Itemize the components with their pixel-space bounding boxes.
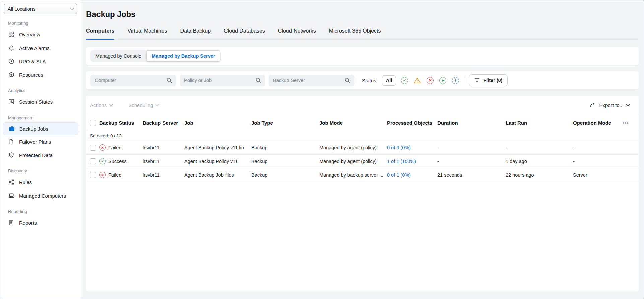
column-header-last-run[interactable]: Last Run (506, 115, 573, 131)
backup-jobs-table: Backup Status Backup Server Job Job Type… (86, 115, 639, 182)
backup-status: Success (99, 155, 139, 168)
failed-status-icon (99, 172, 106, 178)
tab-virtual-machines[interactable]: Virtual Machines (127, 28, 167, 39)
sidebar-item-label: Protected Data (19, 152, 53, 158)
bell-icon (8, 45, 15, 51)
sidebar-item-label: Active Alarms (19, 45, 50, 51)
scheduling-dropdown[interactable]: Scheduling (128, 102, 159, 108)
job-type-cell: Backup (251, 168, 319, 182)
jobs-table-card: Actions Scheduling Export to... (86, 96, 639, 292)
sidebar-item-managed-computers[interactable]: Managed Computers (0, 189, 81, 202)
sidebar-item-overview[interactable]: Overview (0, 28, 81, 41)
section-label-reporting: Reporting (8, 209, 81, 214)
sidebar-item-backup-jobs[interactable]: Backup Jobs (3, 122, 78, 135)
status-success-icon[interactable]: ✓ (400, 76, 409, 85)
table-toolbar: Actions Scheduling Export to... (86, 96, 639, 115)
backup-server-search-input[interactable] (269, 75, 354, 86)
job-cell: Agent Backup Policy v11 (184, 154, 251, 168)
sidebar-item-session-states[interactable]: Session States (0, 95, 81, 108)
computer-search (90, 75, 176, 86)
table-header-row: Backup Status Backup Server Job Job Type… (86, 115, 639, 131)
backup-server-cell: lrsvbr11 (143, 141, 184, 154)
status-link[interactable]: Failed (108, 145, 122, 150)
sidebar-item-rpo-sla[interactable]: RPO & SLA (0, 55, 81, 68)
policy-job-search-input[interactable] (180, 75, 265, 86)
computer-search-input[interactable] (90, 75, 176, 86)
row-checkbox[interactable] (90, 158, 96, 164)
tab-cloud-networks[interactable]: Cloud Networks (278, 28, 316, 39)
job-mode-cell: Managed by agent (policy) (319, 141, 387, 154)
view-toggle-card: Managed by Console Managed by Backup Ser… (86, 47, 639, 65)
processed-objects-link[interactable]: 0 of 1 (0%) (387, 172, 411, 178)
job-type-cell: Backup (251, 154, 319, 168)
location-selector[interactable]: All Locations (4, 4, 77, 14)
column-header-processed-objects[interactable]: Processed Objects (387, 115, 437, 131)
status-running-icon[interactable]: ▶ (439, 76, 447, 85)
export-dropdown[interactable]: Export to... (589, 101, 629, 109)
overview-icon (8, 31, 15, 38)
status-failed-icon[interactable]: ✕ (426, 76, 434, 85)
sidebar-item-rules[interactable]: Rules (0, 175, 81, 189)
table-row[interactable]: Failed lrsvbr11 Agent Backup Policy v11 … (86, 141, 639, 154)
chevron-down-icon (626, 102, 630, 106)
column-header-job-type[interactable]: Job Type (251, 115, 319, 131)
duration-cell: - (437, 141, 506, 154)
select-all-checkbox[interactable] (90, 120, 96, 126)
sidebar-item-resources[interactable]: Resources (0, 68, 81, 81)
actions-dropdown[interactable]: Actions (90, 102, 112, 108)
document-icon (8, 138, 15, 145)
view-toggle: Managed by Console Managed by Backup Ser… (90, 50, 220, 62)
backup-status: Failed (99, 141, 139, 154)
last-run-cell: 22 hours ago (506, 168, 573, 182)
sidebar-item-active-alarms[interactable]: Active Alarms (0, 41, 81, 55)
box-icon (8, 71, 15, 78)
row-checkbox[interactable] (90, 145, 96, 151)
column-header-job-mode[interactable]: Job Mode (319, 115, 387, 131)
filter-button[interactable]: Filter (0) (469, 74, 508, 86)
filter-button-label: Filter (0) (483, 78, 502, 83)
sidebar-item-label: Failover Plans (19, 139, 51, 145)
tab-computers[interactable]: Computers (86, 28, 114, 39)
briefcase-icon (8, 125, 15, 132)
status-warning-icon[interactable] (413, 76, 422, 85)
toggle-managed-by-console[interactable]: Managed by Console (90, 50, 146, 62)
section-label-analytics: Analytics (8, 88, 81, 93)
search-icon (344, 77, 350, 83)
sidebar-item-protected-data[interactable]: Protected Data (0, 148, 81, 162)
row-checkbox[interactable] (90, 172, 96, 178)
column-header-backup-server[interactable]: Backup Server (143, 115, 184, 131)
section-label-management: Management (8, 115, 81, 120)
column-header-job[interactable]: Job (184, 115, 251, 131)
location-selector-value: All Locations (8, 6, 35, 12)
sidebar-item-label: Rules (19, 179, 32, 185)
job-mode-cell: Managed by backup server ... (319, 168, 387, 182)
sidebar-item-reports[interactable]: Reports (0, 216, 81, 229)
sidebar: All Locations Monitoring Overview Active… (0, 0, 81, 299)
tab-cloud-databases[interactable]: Cloud Databases (224, 28, 265, 39)
status-link[interactable]: Failed (108, 172, 122, 178)
chevron-down-icon (70, 6, 74, 10)
status-all-button[interactable]: All (382, 75, 396, 86)
section-label-discovery: Discovery (8, 168, 81, 173)
processed-objects-link[interactable]: 0 of 0 (0%) (387, 145, 411, 150)
column-header-duration[interactable]: Duration (437, 115, 506, 131)
sidebar-item-label: Reports (19, 220, 37, 226)
column-header-operation-mode[interactable]: Operation Mode (573, 115, 623, 131)
scheduling-label: Scheduling (128, 102, 153, 108)
status-text: Success (108, 159, 127, 164)
tab-microsoft-365-objects[interactable]: Microsoft 365 Objects (329, 28, 381, 39)
column-options-icon[interactable] (623, 119, 629, 126)
toggle-managed-by-backup-server[interactable]: Managed by Backup Server (146, 50, 220, 62)
table-row[interactable]: Success lrsvbr11 Agent Backup Policy v11… (86, 154, 639, 168)
status-info-icon[interactable]: i (451, 76, 460, 85)
chart-icon (8, 98, 15, 105)
duration-cell: 21 seconds (437, 168, 506, 182)
column-header-backup-status[interactable]: Backup Status (99, 115, 143, 131)
search-icon (255, 77, 261, 83)
table-row[interactable]: Failed lrsvbr11 Agent Backup Job files B… (86, 168, 639, 182)
sidebar-item-failover-plans[interactable]: Failover Plans (0, 135, 81, 148)
selection-summary: Selected: 0 of 3 (86, 131, 639, 141)
processed-objects-link[interactable]: 1 of 1 (100%) (387, 159, 416, 164)
sidebar-item-label: RPO & SLA (19, 59, 46, 64)
tab-data-backup[interactable]: Data Backup (180, 28, 211, 39)
